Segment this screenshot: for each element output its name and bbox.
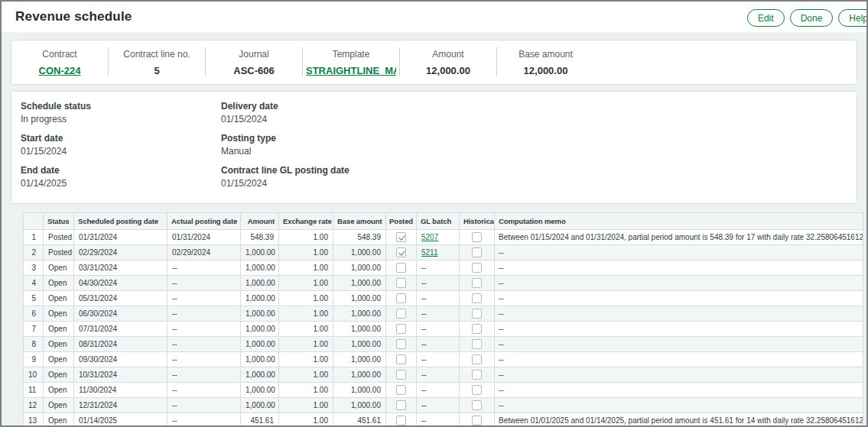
end-date-field: End date 01/14/2025 <box>21 165 221 189</box>
template-link[interactable]: STRAIGHTLINE_MANUA <box>306 65 396 76</box>
historical-checkbox[interactable] <box>472 385 482 395</box>
title-bar: Revenue schedule Edit Done Help <box>2 2 866 32</box>
historical-cell <box>460 383 495 398</box>
historical-checkbox[interactable] <box>472 263 482 273</box>
historical-checkbox[interactable] <box>472 232 482 242</box>
row-memo: Between 01/15/2024 and 01/31/2024, parti… <box>495 230 863 245</box>
posted-checkbox[interactable] <box>396 247 406 257</box>
gl-batch-link[interactable]: 5211 <box>421 248 438 257</box>
row-actual-date: -- <box>167 337 241 352</box>
row-actual-date: -- <box>167 367 241 383</box>
posted-checkbox[interactable] <box>396 385 406 395</box>
contract-line-value: 5 <box>112 65 202 76</box>
posted-checkbox[interactable] <box>396 278 406 288</box>
posted-checkbox[interactable] <box>396 416 406 425</box>
delivery-date-field: Delivery date 01/15/2024 <box>221 101 847 125</box>
schedule-status-value: In progress <box>21 114 221 125</box>
historical-checkbox[interactable] <box>472 339 482 349</box>
schedule-table: Status Scheduled posting date Actual pos… <box>23 212 863 427</box>
edit-button[interactable]: Edit <box>747 9 785 27</box>
schedule-table-wrap: Status Scheduled posting date Actual pos… <box>23 212 857 427</box>
template-label: Template <box>306 49 396 60</box>
historical-checkbox[interactable] <box>472 370 482 380</box>
row-exchange-rate: 1.00 <box>279 276 333 291</box>
row-scheduled-date: 01/31/2024 <box>74 230 167 245</box>
done-button[interactable]: Done <box>790 9 834 27</box>
row-base-amount: 1,000.00 <box>333 398 386 413</box>
row-exchange-rate: 1.00 <box>279 260 333 276</box>
row-memo: -- <box>495 245 863 260</box>
help-button[interactable]: Help <box>838 9 868 27</box>
schedule-status-field: Schedule status In progress <box>21 101 221 125</box>
summary-field-contract: Contract CON-224 <box>11 47 109 76</box>
row-status: Posted <box>44 230 74 245</box>
col-computation-memo: Computation memo <box>495 213 863 230</box>
posted-checkbox[interactable] <box>396 324 406 334</box>
row-status: Open <box>44 306 74 322</box>
historical-checkbox[interactable] <box>472 416 482 425</box>
summary-field-base-amount: Base amount 12,000.00 <box>497 47 594 76</box>
posted-cell <box>386 230 417 245</box>
row-amount: 1,000.00 <box>241 260 279 276</box>
row-memo: -- <box>495 291 863 306</box>
gl-batch-cell: -- <box>417 306 460 322</box>
gl-batch-cell: -- <box>417 367 460 383</box>
col-status: Status <box>44 213 74 230</box>
historical-checkbox[interactable] <box>472 278 482 288</box>
row-number: 11 <box>24 383 44 398</box>
posted-checkbox[interactable] <box>396 232 406 242</box>
posted-checkbox[interactable] <box>396 293 406 303</box>
row-memo: -- <box>495 337 863 352</box>
posted-checkbox[interactable] <box>396 339 406 349</box>
row-base-amount: 1,000.00 <box>333 276 386 291</box>
row-amount: 1,000.00 <box>241 245 279 260</box>
details-right-column: Delivery date 01/15/2024 Posting type Ma… <box>221 101 847 197</box>
table-row: 1 Posted 01/31/2024 01/31/2024 548.39 1.… <box>24 230 863 245</box>
historical-checkbox[interactable] <box>472 354 482 364</box>
delivery-date-value: 01/15/2024 <box>221 114 847 125</box>
col-gl-batch: GL batch <box>417 213 460 230</box>
historical-checkbox[interactable] <box>472 293 482 303</box>
row-number: 7 <box>24 322 44 337</box>
posted-checkbox[interactable] <box>396 354 406 364</box>
row-scheduled-date: 03/31/2024 <box>74 260 167 276</box>
row-number: 12 <box>24 398 44 413</box>
posted-checkbox[interactable] <box>396 400 406 410</box>
row-number: 5 <box>24 291 44 306</box>
row-base-amount: 1,000.00 <box>333 352 386 367</box>
posted-cell <box>386 245 417 260</box>
gl-batch-cell: -- <box>417 383 460 398</box>
historical-checkbox[interactable] <box>472 247 482 257</box>
row-status: Open <box>44 276 74 291</box>
journal-label: Journal <box>209 49 299 60</box>
historical-checkbox[interactable] <box>472 324 482 334</box>
posted-checkbox[interactable] <box>396 309 406 319</box>
start-date-label: Start date <box>21 133 221 144</box>
row-amount: 548.39 <box>241 230 279 245</box>
col-actual-posting-date: Actual posting date <box>167 213 241 230</box>
gl-batch-link[interactable]: 5207 <box>421 233 438 241</box>
posted-checkbox[interactable] <box>396 370 406 380</box>
row-base-amount: 1,000.00 <box>333 291 386 306</box>
gl-posting-date-value: 01/15/2024 <box>221 178 847 189</box>
row-amount: 451.61 <box>241 413 279 427</box>
table-row: 6 Open 06/30/2024 -- 1,000.00 1.00 1,000… <box>24 306 863 322</box>
end-date-value: 01/14/2025 <box>21 178 221 189</box>
historical-checkbox[interactable] <box>472 400 482 410</box>
schedule-table-body: 1 Posted 01/31/2024 01/31/2024 548.39 1.… <box>24 230 863 427</box>
historical-cell <box>460 306 495 322</box>
posted-cell <box>386 260 417 276</box>
row-number: 9 <box>24 352 44 367</box>
row-number: 1 <box>24 230 44 245</box>
table-header-row: Status Scheduled posting date Actual pos… <box>24 213 863 230</box>
contract-link[interactable]: CON-224 <box>39 65 81 76</box>
posted-checkbox[interactable] <box>396 263 406 273</box>
historical-checkbox[interactable] <box>472 309 482 319</box>
row-actual-date: -- <box>167 413 241 427</box>
gl-batch-cell: -- <box>417 276 460 291</box>
row-status: Open <box>44 337 74 352</box>
amount-value: 12,000.00 <box>403 65 493 76</box>
row-exchange-rate: 1.00 <box>279 322 333 337</box>
row-actual-date: 02/29/2024 <box>167 245 241 260</box>
posted-cell <box>386 276 417 291</box>
